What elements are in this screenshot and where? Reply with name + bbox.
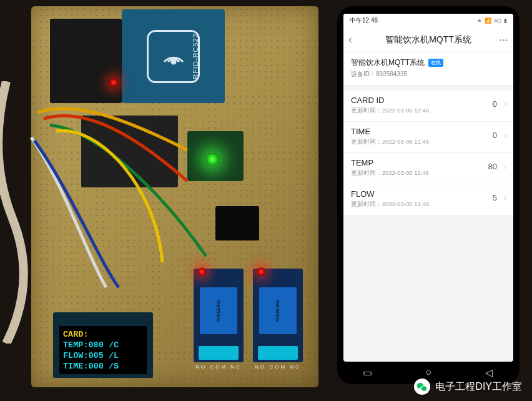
relay-coil-1: TONGLING bbox=[200, 287, 237, 334]
data-list: CARD ID 更新时间：2022-03-05 12:46 0 › TIME 更… bbox=[343, 91, 513, 215]
chevron-right-icon: › bbox=[504, 192, 507, 202]
oled-line-card: CARD: bbox=[63, 330, 143, 340]
oled-line-time: TIME:000 /S bbox=[63, 362, 143, 372]
watermark: 电子工程DIY工作室 bbox=[414, 379, 522, 395]
oled-display: CARD: TEMP:080 /C FLOW:005 /L TIME:000 /… bbox=[53, 312, 153, 378]
phone-screen: 中午12:46 ∗ 📶 4G ▮ ‹ 智能饮水机MQTT系统 ••• 智能饮水机… bbox=[343, 14, 513, 362]
row-label: TIME bbox=[351, 127, 506, 136]
row-label: FLOW bbox=[351, 189, 506, 199]
row-time-val: 2022-03-05 12:46 bbox=[382, 138, 429, 145]
phone-status-bar: 中午12:46 ∗ 📶 4G ▮ bbox=[343, 14, 513, 27]
row-sub-prefix: 更新时间： bbox=[351, 200, 382, 207]
row-temp[interactable]: TEMP 更新时间：2022-03-05 12:46 80 › bbox=[343, 153, 513, 184]
row-sub-prefix: 更新时间： bbox=[351, 107, 382, 114]
relay-terminal-label-1: NO COM NC bbox=[194, 364, 244, 370]
signal-icon: 📶 bbox=[485, 17, 491, 24]
row-value: 0 bbox=[493, 99, 497, 109]
row-value: 80 bbox=[488, 162, 497, 171]
back-nav-button[interactable]: ◁ bbox=[483, 367, 495, 378]
oled-screen: CARD: TEMP:080 /C FLOW:005 /L TIME:000 /… bbox=[59, 326, 147, 374]
device-id-value: 892584335 bbox=[376, 71, 407, 77]
power-led-red bbox=[109, 78, 118, 87]
row-label: CARD ID bbox=[351, 96, 506, 105]
relay-module-2: TONGLING NO COM NC bbox=[253, 269, 303, 362]
home-button[interactable]: ○ bbox=[423, 367, 434, 378]
watermark-text: 电子工程DIY工作室 bbox=[435, 380, 522, 394]
row-label: TEMP bbox=[351, 158, 506, 167]
row-time[interactable]: TIME 更新时间：2022-03-05 12:46 0 › bbox=[343, 122, 513, 153]
status-led-green bbox=[206, 153, 219, 166]
relay-led-1 bbox=[197, 267, 206, 276]
app-navbar: ‹ 智能饮水机MQTT系统 ••• bbox=[343, 27, 513, 52]
wechat-icon bbox=[414, 379, 430, 395]
relay-module-1: TONGLING NO COM NC bbox=[194, 269, 244, 362]
row-time-val: 2022-03-05 12:46 bbox=[382, 169, 429, 176]
battery-icon: ▮ bbox=[504, 17, 507, 24]
device-id-label: 设备ID： bbox=[351, 71, 376, 77]
relay-brand: TONGLING bbox=[216, 299, 220, 322]
chevron-right-icon: › bbox=[504, 99, 507, 109]
recent-apps-button[interactable]: ▭ bbox=[362, 367, 373, 378]
relay-brand-2: TONGLING bbox=[275, 299, 280, 322]
device-title: 智能饮水机MQTT系统 bbox=[351, 57, 425, 68]
chevron-right-icon: › bbox=[504, 130, 507, 140]
relay-terminals-1 bbox=[199, 346, 239, 360]
rfid-rc522-module: RFID-RC522 bbox=[122, 9, 225, 103]
relay-led-2 bbox=[257, 267, 265, 276]
device-info-block: 智能饮水机MQTT系统 在线 设备ID：892584335 bbox=[343, 52, 513, 86]
online-badge: 在线 bbox=[428, 59, 443, 67]
network-label: 4G bbox=[494, 17, 501, 24]
row-card-id[interactable]: CARD ID 更新时间：2022-03-05 12:46 0 › bbox=[343, 91, 513, 122]
row-time: 2022-03-05 12:46 bbox=[382, 107, 429, 114]
more-button[interactable]: ••• bbox=[496, 36, 508, 44]
smartphone: 中午12:46 ∗ 📶 4G ▮ ‹ 智能饮水机MQTT系统 ••• 智能饮水机… bbox=[337, 6, 520, 384]
back-button[interactable]: ‹ bbox=[348, 33, 361, 46]
controller-stack bbox=[81, 116, 178, 187]
relay-terminals-2 bbox=[258, 346, 298, 360]
mcu-module bbox=[50, 19, 122, 103]
row-sub-prefix: 更新时间： bbox=[351, 138, 382, 145]
status-time: 中午12:46 bbox=[350, 16, 378, 25]
svg-point-0 bbox=[172, 60, 175, 64]
dc-jack bbox=[215, 206, 259, 240]
relay-coil-2: TONGLING bbox=[259, 287, 297, 334]
oled-line-temp: TEMP:080 /C bbox=[63, 340, 143, 351]
relay-terminal-label-2: NO COM NC bbox=[253, 364, 303, 370]
oled-line-flow: FLOW:005 /L bbox=[63, 351, 143, 362]
row-value: 5 bbox=[493, 193, 497, 202]
row-value: 0 bbox=[493, 131, 497, 140]
row-time-val: 2022-03-05 12:46 bbox=[382, 200, 429, 207]
row-sub-prefix: 更新时间： bbox=[351, 169, 382, 176]
chevron-right-icon: › bbox=[504, 161, 507, 171]
rfid-label: RFID-RC522 bbox=[192, 33, 199, 79]
bluetooth-icon: ∗ bbox=[477, 17, 482, 24]
page-title: 智能饮水机MQTT系统 bbox=[361, 34, 496, 46]
row-flow[interactable]: FLOW 更新时间：2022-03-05 12:46 5 › bbox=[343, 184, 513, 215]
